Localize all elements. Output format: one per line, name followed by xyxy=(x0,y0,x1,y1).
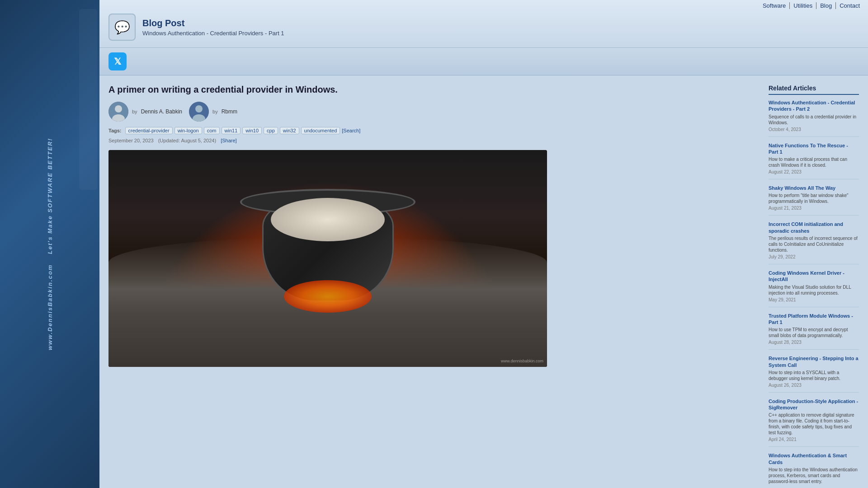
sidebar-logo-text: www.DennisBabkin.com Let's Make SOFTWARE… xyxy=(47,138,53,350)
author2-group: by Rbmm xyxy=(189,102,237,122)
author2-avatar xyxy=(189,102,209,122)
author1-group: by Dennis A. Babkin xyxy=(108,102,182,122)
related-item-2-date: August 21, 2023 xyxy=(769,206,859,211)
related-item-8-title[interactable]: Windows Authentication & Smart Cards xyxy=(769,452,859,465)
related-item-7: Coding Production-Style Application - Si… xyxy=(769,398,859,447)
related-item-8: Windows Authentication & Smart Cards How… xyxy=(769,452,859,488)
related-item-0: Windows Authentication - Credential Prov… xyxy=(769,99,859,137)
related-sidebar: Related Articles Windows Authentication … xyxy=(769,84,859,488)
tag-cpp[interactable]: cpp xyxy=(264,127,278,134)
related-item-3-title[interactable]: Incorrect COM initialization and sporadi… xyxy=(769,221,859,234)
image-fire xyxy=(284,280,372,313)
image-watermark: www.dennisbabkin.com xyxy=(501,359,543,363)
main-content: Software Utilities Blog Contact 💬 Blog P… xyxy=(99,0,868,488)
related-item-2: Shaky Windows All The Way How to perform… xyxy=(769,185,859,216)
updated-date: (Updated: August 5, 2024) xyxy=(158,138,216,143)
related-item-5: Trusted Platform Module Windows - Part 1… xyxy=(769,313,859,350)
header-text: Blog Post Windows Authentication - Crede… xyxy=(142,18,284,37)
article-title: A primer on writing a credential provide… xyxy=(108,84,760,95)
tag-win10[interactable]: win10 xyxy=(242,127,262,134)
tag-search[interactable]: [Search] xyxy=(342,128,360,133)
related-item-1-desc: How to make a critical process that can … xyxy=(769,156,859,168)
related-item-6: Reverse Engineering - Stepping Into a Sy… xyxy=(769,355,859,393)
article-subtitle: Windows Authentication - Credential Prov… xyxy=(142,30,284,37)
author2-by: by xyxy=(212,109,218,114)
twitter-area: 𝕏 xyxy=(99,48,868,75)
tag-win32[interactable]: win32 xyxy=(280,127,299,134)
nav-utilities[interactable]: Utilities xyxy=(790,2,816,9)
related-item-7-desc: C++ application to remove digital signat… xyxy=(769,412,859,436)
tags-label: Tags: xyxy=(108,128,122,133)
related-item-5-desc: How to use TPM to encrypt and decrypt sm… xyxy=(769,327,859,338)
related-item-6-title[interactable]: Reverse Engineering - Stepping Into a Sy… xyxy=(769,355,859,368)
share-link[interactable]: [Share] xyxy=(221,138,236,143)
svg-point-4 xyxy=(195,105,203,113)
tag-win-logon[interactable]: win-logon xyxy=(175,127,202,134)
tag-undocumented[interactable]: undocumented xyxy=(301,127,340,134)
author1-by: by xyxy=(132,109,137,114)
related-item-1: Native Functions To The Rescue - Part 1 … xyxy=(769,142,859,180)
related-item-7-date: April 24, 2021 xyxy=(769,437,859,442)
nav-contact[interactable]: Contact xyxy=(836,2,863,9)
twitter-icon[interactable]: 𝕏 xyxy=(108,52,127,70)
related-item-2-desc: How to perform "title bar window shake" … xyxy=(769,192,859,204)
sidebar-decoration xyxy=(79,9,97,190)
publish-date: September 20, 2023 xyxy=(108,138,154,143)
nav-links: Software Utilities Blog Contact xyxy=(759,2,863,9)
nav-blog[interactable]: Blog xyxy=(816,2,836,9)
related-item-5-date: August 28, 2023 xyxy=(769,340,859,345)
tag-com[interactable]: com xyxy=(204,127,220,134)
related-item-4: Coding Windows Kernel Driver - InjectAll… xyxy=(769,270,859,307)
nav-software[interactable]: Software xyxy=(759,2,790,9)
tag-credential-provider[interactable]: credential-provider xyxy=(125,127,173,134)
tag-win11[interactable]: win11 xyxy=(222,127,241,134)
section-title: Blog Post xyxy=(142,18,284,28)
author2-link[interactable]: Rbmm xyxy=(222,108,237,115)
related-item-0-date: October 4, 2023 xyxy=(769,127,859,132)
date-section: September 20, 2023 (Updated: August 5, 2… xyxy=(108,138,760,143)
related-item-1-date: August 22, 2023 xyxy=(769,169,859,174)
related-item-3-desc: The perilous results of incorrect sequen… xyxy=(769,235,859,253)
related-item-4-date: May 29, 2021 xyxy=(769,297,859,302)
related-item-0-title[interactable]: Windows Authentication - Credential Prov… xyxy=(769,99,859,113)
author1-avatar xyxy=(108,102,128,122)
article-main: A primer on writing a credential provide… xyxy=(108,84,760,488)
related-articles-title: Related Articles xyxy=(769,84,859,95)
related-item-2-title[interactable]: Shaky Windows All The Way xyxy=(769,185,859,191)
related-item-4-title[interactable]: Coding Windows Kernel Driver - InjectAll xyxy=(769,270,859,283)
related-item-7-title[interactable]: Coding Production-Style Application - Si… xyxy=(769,398,859,411)
related-item-5-title[interactable]: Trusted Platform Module Windows - Part 1 xyxy=(769,313,859,326)
svg-point-1 xyxy=(115,105,122,113)
related-item-6-date: August 26, 2023 xyxy=(769,383,859,388)
article-image: www.dennisbabkin.com xyxy=(108,150,547,367)
related-item-6-desc: How to step into a SYSCALL with a debugg… xyxy=(769,370,859,381)
related-item-3-date: July 29, 2022 xyxy=(769,254,859,259)
header-area: 💬 Blog Post Windows Authentication - Cre… xyxy=(99,0,868,48)
related-item-3: Incorrect COM initialization and sporadi… xyxy=(769,221,859,264)
related-item-1-title[interactable]: Native Functions To The Rescue - Part 1 xyxy=(769,142,859,155)
blog-post-icon: 💬 xyxy=(108,14,136,41)
author1-link[interactable]: Dennis A. Babkin xyxy=(141,108,182,115)
image-pot-contents xyxy=(271,198,385,241)
article-image-bg: www.dennisbabkin.com xyxy=(108,150,547,367)
author-section: by Dennis A. Babkin by Rbmm xyxy=(108,102,760,122)
related-item-0-desc: Sequence of calls to a credential provid… xyxy=(769,114,859,126)
tags-section: Tags: credential-provider win-logon com … xyxy=(108,127,760,134)
related-item-4-desc: Making the Visual Studio solution for DL… xyxy=(769,284,859,296)
sidebar: www.DennisBabkin.com Let's Make SOFTWARE… xyxy=(0,0,99,488)
article-container: A primer on writing a credential provide… xyxy=(99,75,868,488)
related-item-8-desc: How to step into the Windows authenticat… xyxy=(769,467,859,484)
